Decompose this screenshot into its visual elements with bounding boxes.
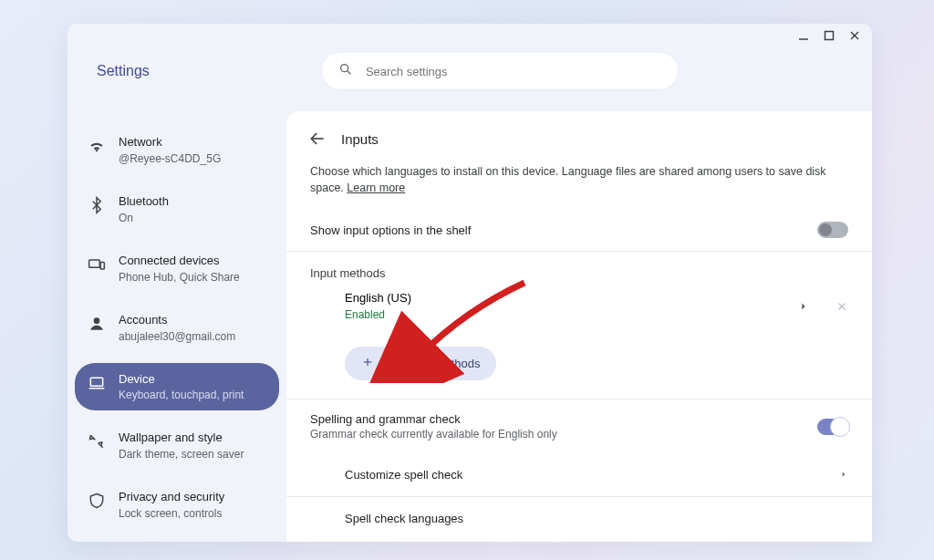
sidebar-item-device[interactable]: DeviceKeyboard, touchpad, print — [75, 363, 279, 411]
sidebar-item-title: Connected devices — [119, 254, 240, 269]
sidebar-item-title: Device — [119, 372, 244, 388]
sidebar-item-apps[interactable]: AppsNotifications, Google Play — [75, 540, 279, 542]
close-button[interactable] — [848, 29, 861, 42]
svg-marker-21 — [802, 303, 805, 309]
sidebar-item-title: Wallpaper and style — [119, 430, 244, 446]
settings-window: Settings Network@Reyee-sC4DD_5GBluetooth… — [67, 24, 872, 542]
svg-rect-7 — [100, 262, 104, 269]
remove-method-icon[interactable] — [835, 300, 848, 313]
laptop-icon — [88, 374, 106, 392]
chevron-right-icon[interactable] — [797, 300, 810, 313]
svg-rect-6 — [89, 260, 100, 267]
spelling-row: Spelling and grammar check Grammar check… — [286, 399, 872, 453]
wifi-icon — [88, 137, 106, 155]
customize-spell-check-row[interactable]: Customize spell check — [286, 453, 872, 496]
plus-icon — [361, 356, 374, 371]
shield-icon — [88, 492, 106, 510]
search-icon — [338, 62, 353, 80]
spell-check-languages-row[interactable]: Spell check languages — [286, 497, 872, 540]
svg-point-4 — [341, 65, 348, 72]
show-input-options-row: Show input options in the shelf — [286, 209, 872, 251]
spelling-title: Spelling and grammar check — [310, 412, 557, 426]
add-input-methods-label: Add input methods — [381, 357, 480, 370]
main-panel: Inputs Choose which languages to install… — [286, 111, 872, 542]
input-methods-label: Input methods — [286, 252, 872, 282]
learn-more-link[interactable]: Learn more — [347, 181, 405, 194]
page-description: Choose which languages to install on thi… — [286, 164, 872, 209]
spelling-toggle[interactable] — [817, 419, 848, 435]
sidebar-item-subtitle: Keyboard, touchpad, print — [119, 389, 244, 401]
customize-spell-check-label: Customize spell check — [345, 468, 462, 482]
app-title: Settings — [97, 63, 150, 79]
maximize-button[interactable] — [823, 29, 835, 42]
sidebar-item-title: Accounts — [119, 313, 235, 328]
window-titlebar — [67, 24, 872, 47]
bluetooth-icon — [88, 196, 106, 214]
sidebar-item-subtitle: Phone Hub, Quick Share — [119, 271, 240, 284]
sidebar-item-privacy-and-security[interactable]: Privacy and securityLock screen, control… — [75, 481, 279, 529]
sidebar-item-bluetooth[interactable]: BluetoothOn — [75, 185, 279, 233]
add-input-methods-button[interactable]: Add input methods — [345, 347, 496, 380]
chevron-right-icon — [839, 468, 848, 482]
sidebar-item-connected-devices[interactable]: Connected devicesPhone Hub, Quick Share — [75, 244, 279, 293]
spell-check-languages-label: Spell check languages — [345, 512, 463, 525]
main-header: Inputs — [286, 111, 872, 164]
minimize-button[interactable] — [797, 29, 810, 42]
account-icon — [88, 315, 106, 333]
sidebar-item-subtitle: Dark theme, screen saver — [119, 448, 244, 461]
svg-marker-26 — [843, 472, 846, 477]
input-method-name: English (US) — [345, 291, 411, 305]
show-input-options-toggle[interactable] — [817, 222, 848, 238]
content: Network@Reyee-sC4DD_5GBluetoothOnConnect… — [67, 111, 872, 542]
search-input[interactable] — [366, 65, 661, 78]
sidebar-item-network[interactable]: Network@Reyee-sC4DD_5G — [75, 126, 279, 174]
svg-line-5 — [348, 71, 350, 74]
spelling-subtitle: Grammar check currently available for En… — [310, 428, 557, 441]
palette-icon — [88, 432, 106, 451]
sidebar-item-title: Network — [119, 135, 221, 150]
sidebar-item-title: Privacy and security — [119, 490, 224, 505]
app-header: Settings — [67, 47, 872, 111]
input-method-status: Enabled — [345, 308, 411, 321]
svg-point-8 — [94, 317, 100, 324]
sidebar-item-title: Bluetooth — [119, 194, 169, 210]
page-title: Inputs — [341, 131, 379, 147]
show-input-options-label: Show input options in the shelf — [310, 223, 471, 237]
search-field[interactable] — [322, 53, 678, 89]
sidebar-item-subtitle: On — [119, 212, 169, 224]
svg-rect-9 — [90, 378, 102, 386]
back-arrow-icon[interactable] — [308, 130, 327, 148]
svg-rect-1 — [825, 32, 834, 40]
sidebar-item-subtitle: abujaleel30@gmail.com — [119, 330, 235, 343]
sidebar-item-subtitle: @Reyee-sC4DD_5G — [119, 152, 221, 165]
sidebar-item-subtitle: Lock screen, controls — [119, 507, 224, 520]
sidebar: Network@Reyee-sC4DD_5GBluetoothOnConnect… — [67, 111, 286, 542]
input-method-row[interactable]: English (US) Enabled — [286, 282, 872, 330]
sidebar-item-wallpaper-and-style[interactable]: Wallpaper and styleDark theme, screen sa… — [75, 421, 279, 470]
sidebar-item-accounts[interactable]: Accountsabujaleel30@gmail.com — [75, 304, 279, 352]
devices-icon — [88, 255, 106, 274]
